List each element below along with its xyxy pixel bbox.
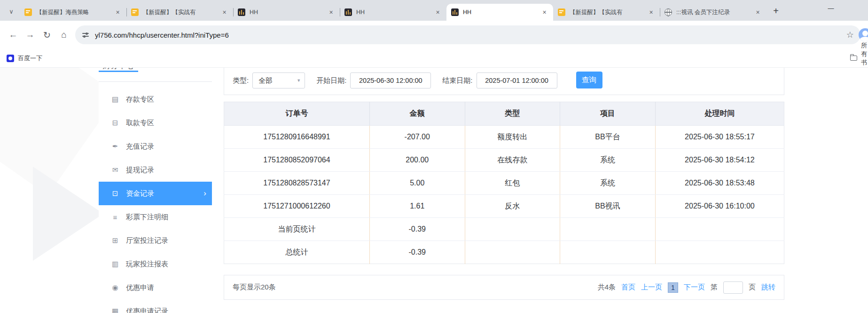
column-header: 处理时间: [655, 102, 784, 126]
window-minimize-button[interactable]: —: [820, 0, 842, 16]
table-head: 订单号金额类型项目处理时间: [224, 102, 784, 126]
table-row: 17512808285731475.00红包系统2025-06-30 18:53…: [224, 172, 784, 195]
home-icon: ⌂: [61, 30, 66, 40]
site-settings-icon[interactable]: [82, 31, 89, 39]
tab-close-icon[interactable]: ×: [540, 8, 548, 16]
type-select-value: 全部: [258, 76, 272, 85]
type-filter-label: 类型:: [233, 72, 249, 88]
browser-tab[interactable]: HH×: [446, 4, 553, 21]
sidebar-item[interactable]: ≡彩票下注明细: [99, 205, 212, 229]
withdraw-zone-icon: ⊟: [111, 119, 119, 127]
new-tab-button[interactable]: +: [769, 4, 782, 17]
table-cell: 200.00: [369, 149, 465, 172]
sidebar-item[interactable]: ⊟取款专区: [99, 111, 212, 135]
bookmark-baidu[interactable]: 百度一下: [7, 54, 42, 63]
prev-page-link[interactable]: 上一页: [641, 283, 662, 292]
table-cell: [465, 218, 560, 241]
back-icon: ←: [9, 30, 18, 40]
end-date-input[interactable]: [477, 72, 557, 88]
table-cell: 1751271000612260: [224, 195, 370, 218]
page-jump-input[interactable]: [723, 281, 743, 294]
baidu-favicon: [7, 55, 14, 62]
forum-favicon: [131, 8, 139, 16]
main-panel: 类型: 全部 ▼ 开始日期: 结束日期: 查询 订单号金额类型项目处理时间 17…: [224, 68, 784, 300]
promo-apply-icon: ◉: [111, 283, 119, 292]
sidebar-item[interactable]: ✒充值记录: [99, 135, 212, 158]
next-page-link[interactable]: 下一页: [684, 283, 705, 292]
table-cell: -0.39: [369, 218, 465, 241]
table-cell: 红包: [465, 172, 560, 195]
type-select[interactable]: 全部 ▼: [252, 72, 305, 88]
table-cell: 2025-06-30 16:10:00: [655, 195, 784, 218]
sidebar-item-label: 提现记录: [126, 166, 154, 175]
browser-tab[interactable]: HH×: [233, 4, 340, 21]
tab-strip: 【新提醒】海燕策略×【新提醒】【实战有×HH×HH×HH×【新提醒】【实战有×:…: [20, 0, 766, 21]
sidebar-item[interactable]: ✉提现记录: [99, 158, 212, 182]
forward-button[interactable]: →: [22, 26, 39, 43]
home-button[interactable]: ⌂: [55, 26, 72, 43]
first-page-link[interactable]: 首页: [621, 283, 635, 292]
tab-close-icon[interactable]: ×: [114, 8, 122, 16]
table-cell: [655, 218, 784, 241]
sidebar-item[interactable]: ⊡资金记录›: [99, 182, 212, 205]
sidebar-item-label: 资金记录: [126, 189, 154, 198]
browser-tab[interactable]: 【新提醒】海燕策略×: [20, 4, 126, 21]
player-bet-report-icon: ▥: [111, 260, 119, 268]
sidebar-item[interactable]: ◉优惠申请: [99, 276, 212, 299]
hall-bet-record-icon: ⊞: [111, 236, 119, 245]
forum-favicon: [24, 8, 32, 16]
back-button[interactable]: ←: [5, 26, 22, 43]
column-header: 类型: [465, 102, 560, 126]
tab-close-icon[interactable]: ×: [434, 8, 442, 16]
total-count-text: 共4条: [598, 283, 616, 292]
sidebar-header: 财务中心: [99, 68, 212, 82]
table-cell: [560, 218, 656, 241]
sidebar-item-label: 存款专区: [126, 95, 154, 104]
table-cell: [560, 241, 656, 264]
browser-tab[interactable]: 【新提醒】【实战有×: [126, 4, 233, 21]
table-cell: 2025-06-30 18:54:12: [655, 149, 784, 172]
bookmark-star-icon[interactable]: ☆: [846, 30, 854, 40]
sidebar-item[interactable]: ▤存款专区: [99, 88, 212, 111]
page-content: 财务中心 ▤存款专区⊟取款专区✒充值记录✉提现记录⊡资金记录›≡彩票下注明细⊞厅…: [0, 68, 868, 313]
current-page-indicator[interactable]: 1: [668, 282, 678, 293]
tab-title: 【新提醒】【实战有: [143, 8, 218, 16]
filter-bar: 类型: 全部 ▼ 开始日期: 结束日期: 查询: [224, 68, 784, 95]
chevron-down-icon: ∨: [9, 8, 14, 15]
site-favicon: [344, 8, 352, 16]
chevron-down-icon: ▼: [297, 78, 301, 83]
reload-icon: ↻: [43, 30, 51, 40]
browser-tab[interactable]: HH×: [340, 4, 446, 21]
sidebar-item[interactable]: ▦优惠申请记录: [99, 299, 212, 313]
url-text[interactable]: yl756.com/hhcp/usercenter.html?iniType=6: [95, 31, 846, 39]
browser-tab[interactable]: :::视讯 会员下注纪录×: [660, 4, 766, 21]
search-button[interactable]: 查询: [576, 72, 602, 88]
tab-search-button[interactable]: ∨: [5, 5, 18, 18]
tab-close-icon[interactable]: ×: [647, 8, 655, 16]
browser-window: ∨ 【新提醒】海燕策略×【新提醒】【实战有×HH×HH×HH×【新提醒】【实战有…: [0, 0, 868, 68]
sidebar-item[interactable]: ⊞厅室投注记录: [99, 229, 212, 252]
table-cell: [655, 241, 784, 264]
start-date-input[interactable]: [350, 72, 431, 88]
globe-favicon: [665, 8, 672, 16]
jump-button[interactable]: 跳转: [761, 283, 775, 292]
tab-bar: ∨ 【新提醒】海燕策略×【新提醒】【实战有×HH×HH×HH×【新提醒】【实战有…: [0, 0, 868, 21]
tab-title: 【新提醒】【实战有: [570, 8, 644, 16]
pagination-controls: 共4条 首页 上一页 1 下一页 第 页 跳转: [598, 281, 775, 294]
promo-apply-record-icon: ▦: [111, 307, 119, 313]
sidebar: 财务中心 ▤存款专区⊟取款专区✒充值记录✉提现记录⊡资金记录›≡彩票下注明细⊞厅…: [99, 68, 212, 313]
browser-tab[interactable]: 【新提醒】【实战有×: [553, 4, 660, 21]
tab-close-icon[interactable]: ×: [220, 8, 228, 16]
pagination-bar: 每页显示20条 共4条 首页 上一页 1 下一页 第 页 跳转: [224, 275, 784, 300]
recharge-record-icon: ✒: [111, 142, 119, 151]
sidebar-item[interactable]: ▥玩家投注报表: [99, 252, 212, 276]
address-bar[interactable]: yl756.com/hhcp/usercenter.html?iniType=6…: [75, 25, 860, 44]
table-cell: 1751280828573147: [224, 172, 370, 195]
table-cell: 在线存款: [465, 149, 560, 172]
tab-close-icon[interactable]: ×: [754, 8, 762, 16]
sidebar-item-label: 取款专区: [126, 119, 154, 128]
profile-avatar[interactable]: [859, 28, 868, 41]
reload-button[interactable]: ↻: [39, 26, 55, 43]
records-table: 订单号金额类型项目处理时间 1751280916648991-207.00额度转…: [224, 102, 784, 264]
tab-close-icon[interactable]: ×: [327, 8, 335, 16]
